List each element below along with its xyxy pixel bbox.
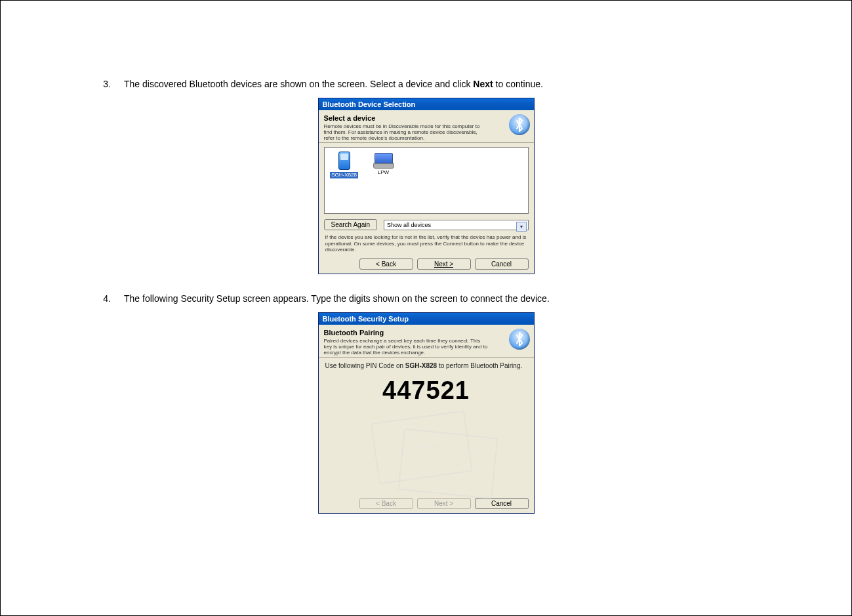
device-list[interactable]: SGH-X828 LPW xyxy=(324,147,529,214)
laptop-icon xyxy=(373,153,394,167)
step-4: 4. The following Security Setup screen a… xyxy=(78,293,774,306)
phone-icon xyxy=(338,152,350,170)
dialog2-buttons: < Back Next > Cancel xyxy=(319,495,534,513)
pairing-instruction: Use following PIN Code on SGH-X828 to pe… xyxy=(325,361,527,370)
dialog-security-setup: Bluetooth Security Setup Bluetooth Pairi… xyxy=(318,312,535,514)
dialog1-buttons: < Back Next > Cancel xyxy=(319,256,534,274)
dialog1-description: Remote devices must be in Discoverable m… xyxy=(324,123,488,142)
next-button-1[interactable]: Next > xyxy=(417,258,471,270)
dialog2-header: Bluetooth Pairing Paired devices exchang… xyxy=(319,325,534,358)
filter-value: Show all devices xyxy=(387,222,431,228)
pin-code: 447521 xyxy=(325,377,527,405)
device-2-label: LPW xyxy=(376,169,390,176)
step-3: 3. The discovered Bluetooth devices are … xyxy=(78,78,774,91)
step-4-text: The following Security Setup screen appe… xyxy=(124,293,774,306)
next-button-2: Next > xyxy=(417,498,471,509)
chevron-down-icon: ▾ xyxy=(516,222,527,232)
cancel-button-1[interactable]: Cancel xyxy=(475,258,529,270)
device-filter-select[interactable]: Show all devices ▾ xyxy=(384,220,529,230)
pair-text-bold: SGH-X828 xyxy=(405,362,437,369)
search-again-button[interactable]: Search Again xyxy=(324,219,378,230)
step-3-text-bold: Next xyxy=(473,79,493,89)
step-3-text-a: The discovered Bluetooth devices are sho… xyxy=(124,79,473,89)
back-button-2: < Back xyxy=(359,498,413,509)
watermark-icon xyxy=(371,411,473,485)
dialog1-header-text: Select a device Remote devices must be i… xyxy=(324,114,509,142)
device-1-label: SGH-X828 xyxy=(330,172,358,178)
title-1: Bluetooth Device Selection xyxy=(323,100,530,108)
screenshot-device-selection: Bluetooth Device Selection Select a devi… xyxy=(78,98,774,274)
step-3-text-b: to continue. xyxy=(493,79,543,89)
watermark-icon-2 xyxy=(397,428,498,500)
search-row: Search Again Show all devices ▾ xyxy=(324,219,529,230)
bluetooth-icon-2 xyxy=(509,329,530,350)
step-3-text: The discovered Bluetooth devices are sho… xyxy=(124,78,774,91)
title-2: Bluetooth Security Setup xyxy=(323,315,530,323)
pair-text-b: to perform Bluetooth Pairing. xyxy=(437,362,522,369)
step-3-number: 3. xyxy=(78,78,124,91)
content-area: 3. The discovered Bluetooth devices are … xyxy=(12,12,840,604)
dialog1-header: Select a device Remote devices must be i… xyxy=(319,110,534,144)
dialog1-hint: If the device you are looking for is not… xyxy=(325,234,527,253)
dialog2-header-text: Bluetooth Pairing Paired devices exchang… xyxy=(324,329,509,356)
titlebar-1: Bluetooth Device Selection xyxy=(319,98,534,110)
dialog2-body: Use following PIN Code on SGH-X828 to pe… xyxy=(319,358,534,495)
dialog1-heading: Select a device xyxy=(324,114,505,122)
step-4-number: 4. xyxy=(78,293,124,306)
dialog-device-selection: Bluetooth Device Selection Select a devi… xyxy=(318,98,535,274)
bluetooth-icon xyxy=(509,114,530,135)
device-item-phone[interactable]: SGH-X828 xyxy=(329,152,360,178)
document-page: 3. The discovered Bluetooth devices are … xyxy=(0,0,852,616)
dialog2-description: Paired devices exchange a secret key eac… xyxy=(324,338,488,356)
pair-text-a: Use following PIN Code on xyxy=(325,362,405,369)
screenshot-security-setup: Bluetooth Security Setup Bluetooth Pairi… xyxy=(78,312,774,514)
titlebar-2: Bluetooth Security Setup xyxy=(319,313,534,325)
back-button-1[interactable]: < Back xyxy=(359,258,413,270)
dialog2-heading: Bluetooth Pairing xyxy=(324,329,505,337)
device-item-laptop[interactable]: LPW xyxy=(368,152,399,176)
dialog1-body: SGH-X828 LPW Search Again Show all devi xyxy=(319,143,534,256)
cancel-button-2[interactable]: Cancel xyxy=(475,498,529,509)
